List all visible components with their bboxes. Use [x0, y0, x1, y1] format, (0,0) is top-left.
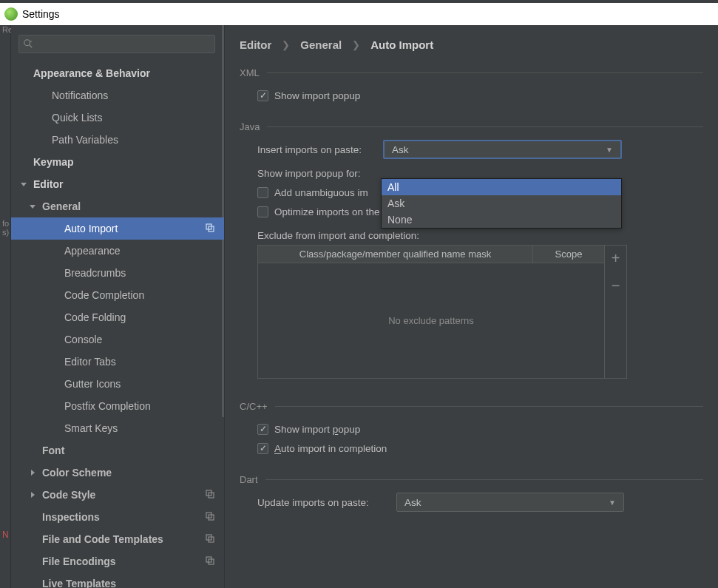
dart-update-select[interactable]: Ask ▼: [396, 493, 624, 512]
sidebar-item-file-encodings[interactable]: File Encodings: [11, 550, 224, 572]
section-cpp: C/C++ Show import popup Auto import in c…: [240, 401, 703, 458]
insert-imports-dropdown[interactable]: All Ask None: [381, 178, 622, 229]
project-badge-icon: [205, 223, 215, 235]
sidebar-item-label: Console: [64, 334, 102, 345]
cpp-show-popup-checkbox[interactable]: [257, 424, 268, 435]
optimize-imports-checkbox[interactable]: [257, 206, 268, 217]
section-xml: XML Show import popup: [240, 67, 703, 105]
window-title: Settings: [22, 8, 60, 20]
project-badge-icon: [205, 489, 215, 501]
dart-update-value: Ask: [404, 497, 421, 508]
sidebar-item-postfix-completion[interactable]: Postfix Completion: [11, 395, 224, 417]
sidebar-item-code-style[interactable]: Code Style: [11, 484, 224, 506]
sidebar-item-general[interactable]: General: [11, 195, 224, 217]
sidebar-item-notifications[interactable]: Notifications: [11, 84, 224, 107]
chevron-right-icon: ❯: [352, 39, 360, 50]
dropdown-option-ask[interactable]: Ask: [382, 195, 621, 212]
sidebar-item-live-templates[interactable]: Live Templates: [11, 572, 224, 588]
sidebar-item-label: Appearance: [64, 245, 121, 257]
exclude-label: Exclude from import and completion:: [257, 230, 419, 241]
exclude-table-body: No exclude patterns: [258, 263, 604, 378]
titlebar: Settings: [0, 0, 718, 25]
sidebar-item-inspections[interactable]: Inspections: [11, 506, 224, 528]
sidebar-item-label: Gutter Icons: [64, 378, 121, 390]
sidebar-item-editor[interactable]: Editor: [11, 173, 224, 195]
sidebar-item-label: File Encodings: [42, 555, 116, 567]
section-title-xml: XML: [240, 67, 260, 78]
sidebar-item-label: Breadcrumbs: [64, 267, 126, 279]
xml-show-popup-checkbox[interactable]: [257, 90, 268, 101]
sidebar-item-quick-lists[interactable]: Quick Lists: [11, 107, 224, 129]
sidebar-item-label: Inspections: [42, 511, 100, 523]
main-panel: Editor ❯ General ❯ Auto Import XML Show …: [225, 25, 718, 588]
sidebar-item-label: Smart Keys: [64, 422, 118, 434]
sidebar-item-console[interactable]: Console: [11, 328, 224, 351]
sidebar-item-label: Quick Lists: [52, 112, 102, 124]
chevron-down-icon: [20, 178, 27, 190]
sidebar-item-label: Editor: [33, 178, 63, 190]
sidebar-item-label: File and Code Templates: [42, 533, 163, 545]
insert-imports-value: Ask: [392, 144, 409, 155]
window-body: Appearance & BehaviorNotificationsQuick …: [11, 25, 718, 588]
sidebar-item-label: Notifications: [52, 89, 108, 101]
exclude-table: Class/package/member qualified name mask…: [257, 245, 627, 379]
sidebar-item-appearance-behavior[interactable]: Appearance & Behavior: [11, 62, 224, 84]
sidebar-item-label: Code Folding: [64, 311, 126, 323]
sidebar-item-label: Editor Tabs: [64, 356, 116, 368]
show-popup-for-label: Show import popup for:: [257, 168, 377, 179]
breadcrumb: Editor ❯ General ❯ Auto Import: [225, 25, 718, 51]
sidebar-item-label: Color Scheme: [42, 467, 112, 479]
exclude-col-name[interactable]: Class/package/member qualified name mask: [258, 246, 533, 263]
sidebar-item-color-scheme[interactable]: Color Scheme: [11, 462, 224, 484]
sidebar-item-code-completion[interactable]: Code Completion: [11, 284, 224, 306]
search-input[interactable]: [18, 35, 215, 53]
sidebar-item-appearance[interactable]: Appearance: [11, 240, 224, 262]
sidebar-item-smart-keys[interactable]: Smart Keys: [11, 417, 224, 439]
sidebar-item-keymap[interactable]: Keymap: [11, 151, 224, 173]
sidebar-item-label: Keymap: [33, 156, 73, 168]
sidebar-item-gutter-icons[interactable]: Gutter Icons: [11, 373, 224, 395]
dropdown-option-all[interactable]: All: [382, 179, 621, 195]
project-badge-icon: [205, 511, 215, 524]
section-title-dart: Dart: [240, 474, 258, 485]
section-title-java: Java: [240, 121, 260, 132]
project-badge-icon: [205, 533, 215, 546]
exclude-col-scope[interactable]: Scope: [533, 246, 604, 263]
breadcrumb-general[interactable]: General: [300, 38, 342, 51]
sidebar: Appearance & BehaviorNotificationsQuick …: [11, 25, 225, 588]
cpp-auto-import-label: Auto import in completion: [274, 443, 387, 454]
cpp-auto-import-checkbox[interactable]: [257, 443, 268, 454]
exclude-add-button[interactable]: +: [612, 250, 620, 267]
search-wrap: [11, 25, 224, 62]
sidebar-item-breadcrumbs[interactable]: Breadcrumbs: [11, 262, 224, 284]
chevron-down-icon: ▼: [606, 146, 613, 154]
sidebar-item-label: Code Completion: [64, 289, 144, 301]
sidebar-item-label: Live Templates: [42, 578, 116, 588]
section-java: Java Insert imports on paste: Ask ▼ Show…: [240, 121, 703, 379]
sidebar-item-file-and-code-templates[interactable]: File and Code Templates: [11, 528, 224, 550]
sidebar-item-code-folding[interactable]: Code Folding: [11, 306, 224, 328]
settings-tree: Appearance & BehaviorNotificationsQuick …: [11, 62, 224, 588]
add-unambiguous-checkbox[interactable]: [257, 187, 268, 198]
section-dart: Dart Update imports on paste: Ask ▼: [240, 474, 703, 512]
app-icon: [4, 7, 18, 21]
exclude-remove-button[interactable]: −: [612, 277, 620, 294]
chevron-right-icon: [29, 489, 36, 501]
sidebar-item-label: Postfix Completion: [64, 400, 151, 412]
chevron-right-icon: [29, 467, 36, 479]
insert-imports-select[interactable]: Ask ▼: [383, 140, 622, 159]
cpp-show-popup-label: Show import popup: [274, 424, 360, 435]
sidebar-item-label: General: [42, 200, 81, 212]
sidebar-item-label: Font: [42, 445, 64, 456]
dropdown-option-none[interactable]: None: [382, 212, 621, 228]
sidebar-item-path-variables[interactable]: Path Variables: [11, 129, 224, 151]
sidebar-item-auto-import[interactable]: Auto Import: [11, 217, 224, 240]
chevron-down-icon: ▼: [609, 499, 616, 507]
sidebar-item-font[interactable]: Font: [11, 439, 224, 462]
breadcrumb-editor[interactable]: Editor: [240, 38, 271, 51]
add-unambiguous-label: Add unambiguous im: [274, 187, 368, 198]
edge-left-underlay: Re fo s) N: [0, 25, 11, 588]
insert-imports-label: Insert imports on paste:: [257, 144, 377, 155]
sidebar-item-editor-tabs[interactable]: Editor Tabs: [11, 351, 224, 373]
sidebar-item-label: Code Style: [42, 489, 95, 501]
